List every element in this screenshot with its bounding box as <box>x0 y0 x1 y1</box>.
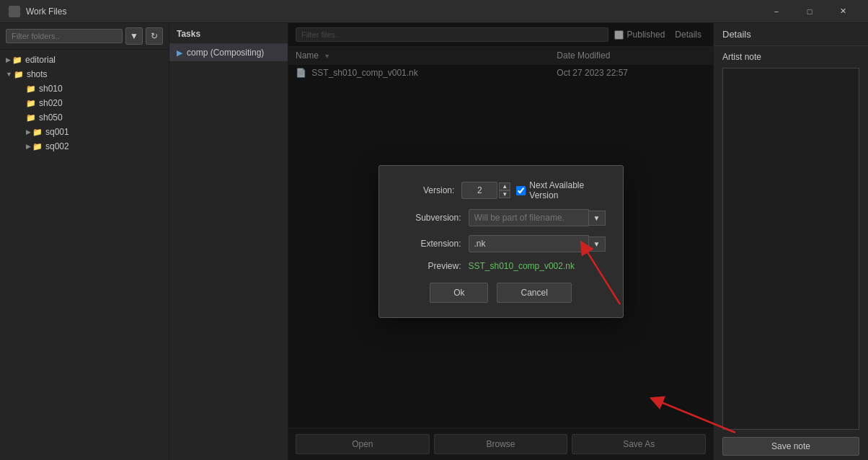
sort-down-button[interactable]: ▼ <box>125 27 143 45</box>
tree-item-sh020[interactable]: 📁 sh020 <box>0 96 169 110</box>
tree-label: sq001 <box>45 127 69 137</box>
tree-label: sh010 <box>39 84 63 94</box>
tree-label: sq002 <box>45 141 69 151</box>
tree-item-sh050[interactable]: 📁 sh050 <box>0 110 169 125</box>
artist-note-area[interactable] <box>722 68 859 430</box>
task-label: comp (Compositing) <box>187 48 264 58</box>
expand-icon: ▶ <box>26 128 31 136</box>
folder-filter-bar: ▼ ↻ <box>0 23 169 50</box>
main-layout: ▼ ↻ ▶ 📁 editorial ▼ 📁 shots 📁 sh010 <box>0 23 868 460</box>
modal-buttons: Ok Cancel <box>397 283 606 303</box>
tree-label: sh050 <box>39 112 63 123</box>
extension-select[interactable]: .nk <box>469 235 589 252</box>
app-title: Work Files <box>26 6 760 17</box>
subversion-label: Subversion: <box>397 213 461 223</box>
tree-item-sh010[interactable]: 📁 sh010 <box>0 81 169 96</box>
close-button[interactable]: ✕ <box>826 0 859 23</box>
tasks-panel: Tasks ▶ comp (Compositing) <box>169 23 288 460</box>
tree-label: editorial <box>25 55 56 65</box>
titlebar: Work Files − □ ✕ <box>0 0 868 23</box>
version-label: Version: <box>397 185 455 195</box>
save-as-modal: Version: ▲ ▼ Next Available Version Subv… <box>378 165 624 318</box>
version-input[interactable] <box>461 182 497 199</box>
tree-label: shots <box>27 69 48 79</box>
subversion-dropdown-button[interactable]: ▼ <box>589 211 606 226</box>
tree-item-sq001[interactable]: ▶ 📁 sq001 <box>0 125 169 139</box>
cancel-button[interactable]: Cancel <box>497 283 571 303</box>
tree-item-sq002[interactable]: ▶ 📁 sq002 <box>0 139 169 154</box>
version-spinners: ▲ ▼ <box>499 182 510 198</box>
files-panel: Published Details Name ▼ Date Modified <box>288 23 713 460</box>
folder-icon: 📁 <box>32 142 43 151</box>
refresh-icon: ↻ <box>151 31 158 41</box>
task-arrow-icon: ▶ <box>177 48 182 58</box>
artist-note-label: Artist note <box>714 46 868 65</box>
extension-label: Extension: <box>397 239 461 249</box>
tasks-header: Tasks <box>169 23 288 44</box>
expand-icon: ▼ <box>6 71 12 78</box>
extension-arrow-button[interactable]: ▼ <box>589 236 606 252</box>
version-up-button[interactable]: ▲ <box>499 182 510 190</box>
folder-icon: 📁 <box>12 56 22 65</box>
refresh-button[interactable]: ↻ <box>146 27 163 45</box>
tree-item-editorial[interactable]: ▶ 📁 editorial <box>0 53 169 67</box>
folder-icon: 📁 <box>32 128 43 137</box>
folder-tree: ▶ 📁 editorial ▼ 📁 shots 📁 sh010 📁 sh020 <box>0 50 169 460</box>
details-title: Details <box>714 23 868 46</box>
ok-button[interactable]: Ok <box>430 283 488 303</box>
window-controls: − □ ✕ <box>760 0 859 23</box>
modal-overlay: Version: ▲ ▼ Next Available Version Subv… <box>288 23 713 460</box>
folder-filter-input[interactable] <box>6 29 123 43</box>
subversion-row: Subversion: ▼ <box>397 209 606 226</box>
tree-item-shots[interactable]: ▼ 📁 shots <box>0 67 169 81</box>
subversion-input[interactable] <box>469 209 589 226</box>
next-version-label[interactable]: Next Available Version <box>516 180 605 200</box>
app-icon <box>9 6 20 17</box>
minimize-button[interactable]: − <box>760 0 793 23</box>
folder-icon: 📁 <box>26 113 36 123</box>
expand-icon: ▶ <box>6 56 11 63</box>
preview-label: Preview: <box>397 261 461 271</box>
save-note-button[interactable]: Save note <box>722 437 859 456</box>
next-version-checkbox[interactable] <box>516 186 526 195</box>
preview-row: Preview: SST_sh010_comp_v002.nk <box>397 261 606 271</box>
sort-down-icon: ▼ <box>130 31 138 41</box>
details-panel: Details Artist note Save note <box>713 23 868 460</box>
extension-row: Extension: .nk ▼ <box>397 235 606 252</box>
task-item-comp[interactable]: ▶ comp (Compositing) <box>169 44 288 61</box>
maximize-button[interactable]: □ <box>793 0 826 23</box>
folder-icon: 📁 <box>26 84 36 94</box>
folder-icon: 📁 <box>14 70 24 79</box>
expand-icon: ▶ <box>26 143 31 150</box>
preview-value: SST_sh010_comp_v002.nk <box>469 261 575 271</box>
version-down-button[interactable]: ▼ <box>499 190 510 198</box>
tree-label: sh020 <box>39 98 63 108</box>
folder-icon: 📁 <box>26 99 36 108</box>
version-row: Version: ▲ ▼ Next Available Version <box>397 180 606 200</box>
folder-tree-panel: ▼ ↻ ▶ 📁 editorial ▼ 📁 shots 📁 sh010 <box>0 23 169 460</box>
